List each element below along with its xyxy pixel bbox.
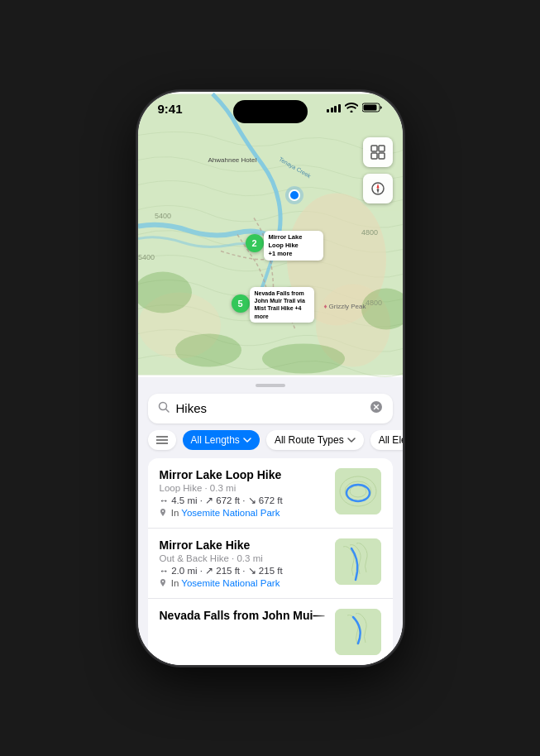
screen: 9:41	[138, 92, 403, 665]
search-icon	[158, 401, 170, 415]
svg-rect-17	[371, 153, 377, 159]
signal-bar-3	[334, 106, 337, 112]
svg-rect-29	[335, 468, 381, 514]
result-info-1: Mirror Lake Loop Hike Loop Hike · 0.3 mi…	[160, 468, 325, 518]
mirror-lake-cluster-label: Mirror Lake Loop Hike+1 more	[264, 231, 323, 261]
result-type-1: Loop Hike · 0.3 mi	[160, 483, 325, 493]
svg-point-8	[262, 343, 345, 373]
result-type-2: Out & Back Hike · 0.3 mi	[160, 553, 325, 563]
status-time: 9:41	[158, 102, 183, 116]
result-location-link-1[interactable]: Yosemite National Park	[181, 508, 280, 518]
cluster-2[interactable]: 2	[246, 234, 264, 252]
result-item-2[interactable]: Mirror Lake Hike Out & Back Hike · 0.3 m…	[148, 529, 393, 599]
result-stats-1: ↔ 4.5 mi · ↗ 672 ft · ↘ 672 ft	[160, 495, 325, 506]
ahwahnee-label: Ahwahnee Hotel	[208, 156, 257, 164]
result-location-2: In Yosemite National Park	[160, 578, 325, 588]
result-location-link-2[interactable]: Yosemite National Park	[181, 578, 280, 588]
bottom-sheet: Hikes	[138, 377, 403, 665]
signal-bar-1	[327, 109, 329, 112]
filter-list-chip[interactable]	[148, 430, 176, 450]
search-text: Hikes	[176, 401, 363, 415]
result-name-3: Nevada Falls from John Mui—	[160, 609, 325, 622]
result-info-2: Mirror Lake Hike Out & Back Hike · 0.3 m…	[160, 538, 325, 588]
svg-text:4800: 4800	[366, 298, 382, 306]
svg-point-34	[162, 581, 164, 582]
svg-rect-16	[379, 146, 385, 151]
grizzly-peak-label: ♦Grizzly Peak	[324, 303, 366, 310]
handle-bar	[256, 384, 285, 387]
svg-text:5400: 5400	[155, 211, 171, 219]
signal-bar-2	[331, 108, 333, 112]
wifi-icon	[345, 103, 358, 115]
sheet-handle	[138, 377, 403, 390]
dynamic-island	[233, 100, 308, 123]
phone-frame: 9:41	[138, 92, 403, 665]
filter-route-types-label: All Route Types	[275, 434, 344, 446]
signal-bars	[327, 104, 341, 112]
search-bar-container: Hikes	[138, 390, 403, 430]
compass-button[interactable]	[363, 174, 393, 203]
svg-text:4800: 4800	[361, 227, 378, 236]
svg-rect-15	[371, 146, 377, 151]
svg-rect-18	[379, 153, 385, 159]
svg-rect-35	[335, 538, 381, 585]
battery-icon	[362, 103, 383, 115]
result-info-3: Nevada Falls from John Mui—	[160, 609, 325, 624]
signal-bar-4	[338, 104, 341, 112]
user-location	[289, 189, 300, 201]
filter-route-types-chip[interactable]: All Route Types	[266, 430, 364, 450]
result-thumbnail-1	[335, 468, 381, 514]
status-icons	[327, 103, 383, 115]
svg-rect-36	[335, 609, 381, 655]
svg-point-7	[175, 333, 241, 366]
result-thumbnail-2	[335, 538, 381, 585]
cluster-5[interactable]: 5	[232, 294, 250, 313]
svg-rect-1	[363, 104, 376, 110]
svg-text:5400: 5400	[138, 252, 155, 261]
map-container[interactable]: 5400 5400 4800 4800 4600 Ahwahnee Hotel …	[138, 92, 403, 377]
filter-lengths-label: All Lengths	[191, 434, 240, 446]
filter-all-lengths-chip[interactable]: All Lengths	[183, 430, 260, 450]
svg-line-21	[165, 409, 169, 413]
result-item-1[interactable]: Mirror Lake Loop Hike Loop Hike · 0.3 mi…	[148, 458, 393, 529]
result-name-2: Mirror Lake Hike	[160, 538, 325, 552]
result-item-3[interactable]: Nevada Falls from John Mui—	[148, 599, 393, 665]
filter-elevation-chip[interactable]: All Ele	[370, 430, 403, 450]
status-bar: 9:41	[138, 92, 403, 119]
search-bar[interactable]: Hikes	[148, 394, 393, 423]
filter-elevation-label: All Ele	[379, 434, 403, 446]
result-name-1: Mirror Lake Loop Hike	[160, 468, 325, 481]
map-type-button[interactable]	[363, 137, 393, 167]
search-clear-button[interactable]	[370, 400, 383, 417]
result-thumbnail-3	[335, 609, 381, 655]
svg-point-28	[162, 510, 164, 512]
nevada-falls-cluster-label: Nevada Falls from John Muir Trail via Mi…	[250, 287, 314, 323]
filter-row: All Lengths All Route Types All Ele	[138, 430, 403, 458]
map-controls	[363, 137, 393, 203]
result-location-1: In Yosemite National Park	[160, 508, 325, 518]
result-stats-2: ↔ 2.0 mi · ↗ 215 ft · ↘ 215 ft	[160, 565, 325, 577]
results-list: Mirror Lake Loop Hike Loop Hike · 0.3 mi…	[148, 458, 393, 665]
